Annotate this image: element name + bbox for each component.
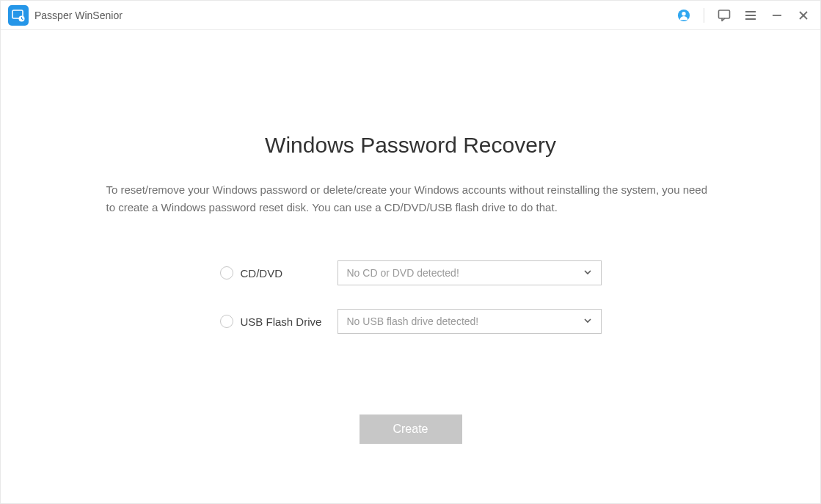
select-usb-text: No USB flash drive detected! [347,315,479,327]
select-cd-dvd-text: No CD or DVD detected! [347,267,459,279]
app-logo-icon [8,5,29,26]
radio-cd-dvd-label: CD/DVD [241,267,283,280]
radio-cd-dvd[interactable]: CD/DVD [220,266,337,280]
titlebar: Passper WinSenior [1,1,820,30]
radio-circle-icon [220,315,233,328]
page-description: To reset/remove your Windows password or… [106,181,715,216]
option-cd-dvd-row: CD/DVD No CD or DVD detected! [220,260,602,285]
titlebar-left: Passper WinSenior [8,5,123,26]
radio-circle-icon [220,266,233,280]
chevron-down-icon [583,266,592,280]
radio-usb[interactable]: USB Flash Drive [220,315,337,328]
app-window: Passper WinSenior [0,0,821,504]
close-icon[interactable] [797,9,810,22]
page-title: Windows Password Recovery [265,133,556,158]
app-title: Passper WinSenior [34,10,123,21]
radio-usb-label: USB Flash Drive [241,315,322,328]
option-usb-row: USB Flash Drive No USB flash drive detec… [220,309,602,334]
titlebar-right [677,8,810,23]
svg-rect-4 [719,10,730,18]
minimize-icon[interactable] [770,9,784,22]
account-icon[interactable] [677,9,690,22]
titlebar-divider [704,8,704,23]
create-button[interactable]: Create [360,414,462,444]
select-usb[interactable]: No USB flash drive detected! [337,309,602,334]
disk-options: CD/DVD No CD or DVD detected! USB Flash … [220,260,602,334]
svg-point-3 [682,12,685,15]
menu-icon[interactable] [744,9,757,22]
chevron-down-icon [583,315,592,328]
select-cd-dvd[interactable]: No CD or DVD detected! [337,260,602,285]
main-content: Windows Password Recovery To reset/remov… [1,30,820,444]
feedback-icon[interactable] [718,9,731,22]
